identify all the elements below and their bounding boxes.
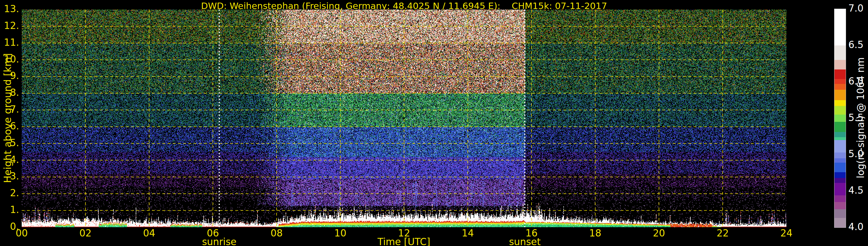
colorbar-tick-label: 4.0 [848,222,863,232]
x-tick-label: 04 [143,228,155,239]
colorbar-tick-label: 7.0 [848,3,863,13]
y-tick-label: 8. [0,87,19,98]
colorbar-tick-label: 4.5 [848,185,863,196]
x-tick-label: 10 [334,228,346,239]
sunset-label: sunset [509,236,540,246]
colorbar-segment [834,209,846,218]
colorbar-segment [834,60,846,69]
colorbar-segment [834,69,846,79]
y-tick-label: 10. [0,54,19,65]
colorbar-segment [834,183,846,195]
x-tick-label: 14 [462,228,474,239]
y-tick-label: 3. [0,171,19,181]
y-tick-label: 13. [0,4,19,14]
ceilometer-quicklook-window: DWD: Weihenstephan (Freising, Germany; 4… [0,0,868,246]
colorbar-segment [834,9,846,45]
colorbar [834,9,846,228]
colorbar-segment [834,218,846,227]
y-tick-label: 1. [0,205,19,215]
colorbar-segment [834,172,846,178]
colorbar-segment [834,84,846,90]
colorbar-segment [834,163,846,172]
x-tick-label: 20 [653,228,665,239]
colorbar-segment [834,202,846,209]
y-tick-label: 9. [0,71,19,81]
colorbar-segment [834,153,846,158]
colorbar-segment [834,45,846,60]
y-tick-label: 2. [0,188,19,198]
heatmap-plot-area [22,9,786,227]
colorbar-segment [834,115,846,122]
x-tick-label: 00 [16,228,28,239]
colorbar-tick-label: 6.5 [848,40,863,50]
y-tick-label: 5. [0,138,19,148]
x-tick-label: 02 [79,228,91,239]
y-tick-label: 7. [0,104,19,115]
y-tick-label: 11. [0,37,19,48]
y-tick-label: 12. [0,21,19,31]
x-tick-label: 24 [780,228,793,239]
x-tick-label: 18 [589,228,601,239]
x-tick-label: 08 [271,228,283,239]
colorbar-segment [834,90,846,100]
x-tick-label: 12 [398,228,410,239]
sunrise-label: sunrise [202,236,237,246]
y-tick-label: 6. [0,121,19,131]
colorbar-segment [834,137,846,140]
colorbar-segment [834,132,846,137]
colorbar-label: log(rc-signal) @ 1064 nm [855,57,866,178]
x-tick-label: 22 [717,228,729,239]
colorbar-segment [834,122,846,132]
colorbar-segment [834,158,846,163]
colorbar-segment [834,140,846,153]
colorbar-segment [834,106,846,115]
y-tick-label: 4. [0,155,19,165]
colorbar-segment [834,79,846,84]
colorbar-segment [834,195,846,202]
colorbar-segment [834,100,846,106]
colorbar-segment [834,178,846,183]
